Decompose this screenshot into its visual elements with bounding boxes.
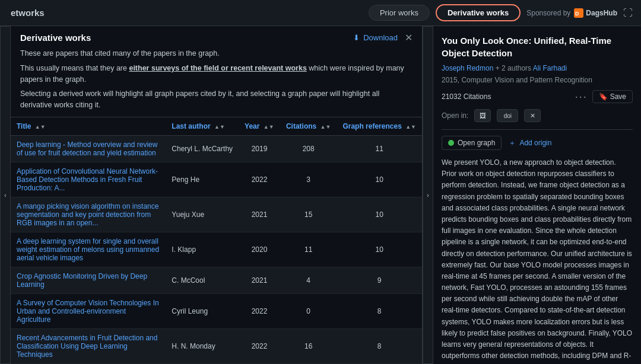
row-citations: 16 bbox=[280, 328, 337, 363]
paper-detail-content: You Only Look Once: Unified, Real-Time O… bbox=[433, 26, 641, 364]
table-row[interactable]: A Survey of Computer Vision Technologies… bbox=[11, 293, 422, 328]
col-graph-references[interactable]: Graph references ▲▼ bbox=[337, 117, 422, 136]
row-citations: 208 bbox=[280, 135, 337, 162]
app-title: etworks bbox=[11, 8, 45, 18]
plus-icon: ＋ bbox=[509, 138, 516, 148]
table-row[interactable]: A mango picking vision algorithm on inst… bbox=[11, 197, 422, 232]
author-sort-icon: ▲▼ bbox=[214, 124, 225, 130]
left-panel-container: ‹ Derivative works ⬇ Download ✕ These ar… bbox=[0, 26, 433, 364]
row-year: 2020 bbox=[239, 232, 280, 267]
top-navigation: etworks Prior works Derivative works Spo… bbox=[0, 0, 641, 26]
row-graph-references: 8 bbox=[337, 293, 422, 328]
paper-detail-panel: You Only Look Once: Unified, Real-Time O… bbox=[433, 26, 641, 364]
table-body: Deep learning - Method overview and revi… bbox=[11, 135, 422, 364]
paper-meta: 21032 Citations ··· 🔖 Save bbox=[442, 90, 633, 103]
row-year: 2021 bbox=[239, 267, 280, 293]
dagshub-logo: D DagsHub bbox=[574, 8, 617, 18]
panel-description-2: This usually means that they are either … bbox=[20, 63, 412, 85]
paper-abstract: We present YOLO, a new approach to objec… bbox=[442, 157, 633, 364]
title-sort-icon: ▲▼ bbox=[35, 124, 46, 130]
row-year: 2021 bbox=[239, 197, 280, 232]
col-graph-label: Graph references bbox=[342, 122, 401, 130]
panel-title: Derivative works bbox=[20, 33, 91, 43]
panel-header: Derivative works ⬇ Download ✕ These are … bbox=[11, 26, 422, 117]
panel-description-3: Selecting a derived work will highlight … bbox=[20, 88, 412, 111]
year-sort-icon: ▲▼ bbox=[264, 124, 274, 130]
download-icon: ⬇ bbox=[353, 33, 360, 42]
row-title: Deep learning - Method overview and revi… bbox=[11, 135, 166, 162]
open-in-doi-button[interactable]: doi bbox=[497, 109, 518, 122]
derivative-works-panel: Derivative works ⬇ Download ✕ These are … bbox=[11, 26, 423, 364]
paper-actions: ··· 🔖 Save bbox=[575, 90, 633, 103]
col-year-label: Year bbox=[245, 122, 259, 130]
table-row[interactable]: Deep learning - Method overview and revi… bbox=[11, 135, 422, 162]
row-title: A Survey of Computer Vision Technologies… bbox=[11, 293, 166, 328]
table-row[interactable]: Recent Advancements in Fruit Detection a… bbox=[11, 328, 422, 363]
graph-dot-icon bbox=[448, 140, 454, 146]
citations-sort-icon: ▲▼ bbox=[320, 124, 331, 130]
prior-works-button[interactable]: Prior works bbox=[369, 5, 430, 21]
col-title[interactable]: Title ▲▼ bbox=[11, 117, 166, 136]
row-year: 2022 bbox=[239, 162, 280, 197]
right-arrow-button[interactable]: › bbox=[423, 26, 433, 364]
fullscreen-button[interactable]: ⛶ bbox=[623, 8, 633, 18]
open-in-image-button[interactable]: 🖼 bbox=[474, 109, 491, 122]
row-title: Crop Agnostic Monitoring Driven by Deep … bbox=[11, 267, 166, 293]
row-graph-references: 11 bbox=[337, 135, 422, 162]
col-title-label: Title bbox=[17, 122, 31, 130]
derivative-works-button[interactable]: Derivative works bbox=[436, 4, 521, 21]
close-panel-button[interactable]: ✕ bbox=[405, 32, 412, 43]
left-arrow-button[interactable]: ‹ bbox=[0, 26, 11, 364]
graph-sort-icon: ▲▼ bbox=[405, 124, 416, 130]
paper-venue: 2015, Computer Vision and Pattern Recogn… bbox=[442, 76, 633, 84]
open-in-row: Open in: 🖼 doi ✕ bbox=[442, 109, 633, 122]
row-last-author: H. N. Monday bbox=[166, 328, 239, 363]
graph-actions: Open graph ＋ Add origin bbox=[442, 136, 633, 150]
add-origin-button[interactable]: ＋ Add origin bbox=[509, 138, 551, 148]
row-last-author: Yueju Xue bbox=[166, 197, 239, 232]
col-year[interactable]: Year ▲▼ bbox=[239, 117, 280, 136]
table-row[interactable]: Crop Agnostic Monitoring Driven by Deep … bbox=[11, 267, 422, 293]
row-graph-references: 10 bbox=[337, 162, 422, 197]
row-year: 2022 bbox=[239, 328, 280, 363]
save-button[interactable]: 🔖 Save bbox=[592, 90, 633, 103]
download-button[interactable]: ⬇ Download bbox=[353, 33, 398, 42]
table-row[interactable]: A deep learning system for single and ov… bbox=[11, 232, 422, 267]
row-graph-references: 10 bbox=[337, 232, 422, 267]
open-graph-button[interactable]: Open graph bbox=[442, 136, 502, 150]
row-citations: 3 bbox=[280, 162, 337, 197]
row-title: Application of Convolutional Neural Netw… bbox=[11, 162, 166, 197]
panel-header-top: Derivative works ⬇ Download ✕ bbox=[20, 32, 412, 43]
paper-title: You Only Look Once: Unified, Real-Time O… bbox=[442, 34, 633, 59]
row-title: Recent Advancements in Fruit Detection a… bbox=[11, 328, 166, 363]
row-graph-references: 9 bbox=[337, 267, 422, 293]
divider bbox=[442, 129, 633, 130]
row-graph-references: 10 bbox=[337, 197, 422, 232]
citations-count: 21032 Citations bbox=[442, 92, 491, 101]
row-last-author: Peng He bbox=[166, 162, 239, 197]
panel-header-actions: ⬇ Download ✕ bbox=[353, 32, 412, 43]
col-citations[interactable]: Citations ▲▼ bbox=[280, 117, 337, 136]
sponsored-label: Sponsored by D DagsHub bbox=[526, 8, 617, 18]
papers-table-container[interactable]: Title ▲▼ Last author ▲▼ Year ▲▼ bbox=[11, 117, 422, 364]
table-header: Title ▲▼ Last author ▲▼ Year ▲▼ bbox=[11, 117, 422, 136]
row-graph-references: 8 bbox=[337, 328, 422, 363]
row-last-author: C. McCool bbox=[166, 267, 239, 293]
row-citations: 15 bbox=[280, 197, 337, 232]
row-citations: 0 bbox=[280, 293, 337, 328]
paper-authors: Joseph Redmon + 2 authors Ali Farhadi bbox=[442, 64, 633, 72]
row-last-author: Cyril Leung bbox=[166, 293, 239, 328]
papers-table: Title ▲▼ Last author ▲▼ Year ▲▼ bbox=[11, 117, 422, 364]
row-year: 2022 bbox=[239, 293, 280, 328]
table-row[interactable]: Application of Convolutional Neural Netw… bbox=[11, 162, 422, 197]
bookmark-icon: 🔖 bbox=[599, 92, 608, 101]
more-options-button[interactable]: ··· bbox=[575, 91, 588, 103]
open-in-x-button[interactable]: ✕ bbox=[524, 109, 541, 122]
row-citations: 4 bbox=[280, 267, 337, 293]
row-last-author: Cheryl L. McCarthy bbox=[166, 135, 239, 162]
row-title: A mango picking vision algorithm on inst… bbox=[11, 197, 166, 232]
row-citations: 11 bbox=[280, 232, 337, 267]
row-last-author: I. Klapp bbox=[166, 232, 239, 267]
col-last-author[interactable]: Last author ▲▼ bbox=[166, 117, 239, 136]
svg-text:D: D bbox=[575, 11, 579, 17]
